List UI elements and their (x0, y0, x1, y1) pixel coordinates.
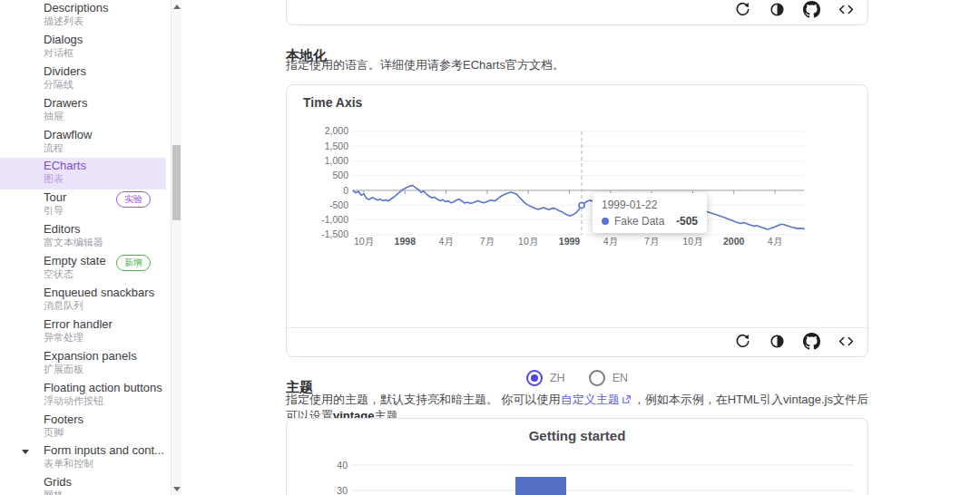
status-badge: 实验 (116, 191, 151, 208)
sidebar-item-title: Enqueued snackbars (44, 285, 171, 300)
caret-down-icon[interactable] (22, 450, 29, 454)
sidebar-item-subtitle: 网格 (44, 490, 171, 495)
example-toolbar (287, 325, 867, 356)
localization-description: 指定使用的语言。详细使用请参考ECharts官方文档。 (286, 57, 564, 73)
sidebar-item-subtitle: 描述列表 (44, 15, 171, 27)
sidebar-item-subtitle: 页脚 (44, 427, 171, 439)
sidebar-item-title: Form inputs and cont... (44, 442, 171, 458)
sidebar-item-title: ECharts (44, 158, 166, 173)
time-axis-example-card: Time Axis 2,0001,5001,0005000-500-1,000-… (286, 84, 868, 357)
tooltip-value: -505 (676, 215, 698, 228)
y-axis-label: 1,000 (325, 155, 348, 166)
y-axis-label: 500 (332, 170, 348, 180)
sidebar-item-title: Editors (44, 221, 171, 237)
sidebar-item-subtitle: 表单和控制 (44, 458, 171, 470)
x-axis-label: 7月 (480, 236, 495, 247)
refresh-icon (734, 333, 751, 350)
x-axis-label: 1999 (559, 236, 581, 247)
sidebar-item-drawflow[interactable]: Drawflow流程 (0, 127, 171, 159)
sidebar-item-enqueued-snackbars[interactable]: Enqueued snackbars消息队列 (0, 285, 171, 316)
github-button[interactable] (803, 1, 820, 18)
sidebar-item-expansion-panels[interactable]: Expansion panels扩展面板 (0, 348, 171, 380)
tooltip-date: 1999-01-22 (602, 199, 698, 212)
time-axis-line-chart[interactable]: 2,0001,5001,0005000-500-1,000-1,50010月19… (287, 85, 867, 296)
scrollbar-thumb[interactable] (172, 145, 181, 220)
code-button[interactable] (838, 1, 855, 18)
sidebar-item-descriptions[interactable]: Descriptions描述列表 (0, 0, 171, 32)
getting-started-example-card: Getting started 4030 (286, 418, 868, 495)
refresh-icon (734, 1, 751, 18)
sidebar-item-title: Footers (44, 412, 171, 427)
sidebar-item-title: Floating action buttons (44, 380, 171, 395)
contrast-button[interactable] (769, 1, 786, 18)
status-badge: 新增 (116, 255, 151, 271)
sidebar-item-editors[interactable]: Editors富文本编辑器 (0, 221, 171, 253)
sidebar-item-title: Expansion panels (44, 348, 171, 364)
y-axis-label: 30 (337, 485, 348, 495)
open-in-new-icon[interactable] (620, 393, 633, 406)
sidebar-item-title: Drawers (44, 95, 171, 111)
y-axis-label: -500 (329, 199, 348, 210)
sidebar-item-subtitle: 异常处理 (44, 332, 171, 344)
sidebar-item-grids[interactable]: Grids网格 (0, 474, 171, 495)
sidebar-item-echarts[interactable]: ECharts图表 (0, 158, 166, 189)
getting-started-bar-chart[interactable]: 4030 (287, 419, 867, 495)
refresh-button[interactable] (734, 1, 751, 18)
scroll-up-arrow-icon[interactable] (173, 5, 181, 9)
code-button[interactable] (838, 333, 855, 350)
x-axis-label: 4月 (768, 236, 782, 247)
sidebar-item-subtitle: 空状态 (44, 268, 171, 280)
radio-label: EN (612, 372, 628, 384)
sidebar-item-floating-action-buttons[interactable]: Floating action buttons浮动动作按钮 (0, 380, 171, 412)
radio-zh[interactable]: ZH (526, 370, 565, 386)
radio-circle-icon (526, 370, 543, 386)
code-icon (838, 333, 855, 350)
sidebar-item-dialogs[interactable]: Dialogs对话框 (0, 32, 171, 63)
sidebar-item-title: Drawflow (44, 127, 171, 142)
sidebar-item-subtitle: 图表 (44, 173, 166, 185)
radio-en[interactable]: EN (589, 370, 628, 386)
sidebar-item-title: Error handler (44, 316, 171, 332)
contrast-button[interactable] (769, 333, 786, 350)
radio-label: ZH (550, 372, 565, 384)
sidebar-item-subtitle: 对话框 (44, 47, 171, 59)
sidebar-item-subtitle: 消息队列 (44, 300, 171, 312)
sidebar-item-dividers[interactable]: Dividers分隔线 (0, 63, 171, 95)
bar-segment (515, 477, 566, 495)
sidebar-nav: Descriptions描述列表Dialogs对话框Dividers分隔线Dra… (0, 0, 171, 495)
x-axis-label: 1998 (395, 236, 416, 247)
sidebar-item-subtitle: 抽屉 (44, 111, 171, 122)
y-axis-label: 2,000 (325, 125, 348, 136)
x-axis-label: 4月 (603, 236, 618, 247)
theme-desc-text: 指定使用的主题，默认支持亮和暗主题。 你可以使用 (286, 393, 561, 406)
sidebar-item-subtitle: 扩展面板 (44, 364, 171, 375)
x-axis-label: 7月 (644, 236, 659, 247)
sidebar-item-title: Dividers (44, 63, 171, 79)
refresh-button[interactable] (734, 333, 751, 350)
sidebar-item-title: Grids (44, 474, 171, 490)
sidebar-item-error-handler[interactable]: Error handler异常处理 (0, 316, 171, 348)
github-button[interactable] (803, 333, 820, 350)
x-axis-label: 10月 (354, 236, 374, 247)
sidebar-item-empty-state[interactable]: Empty state空状态新增 (0, 253, 171, 285)
x-axis-label: 4月 (438, 236, 453, 247)
y-axis-label: -1,000 (321, 214, 348, 225)
github-icon (803, 333, 820, 350)
y-axis-label: 1,500 (325, 141, 348, 151)
sidebar-item-form-inputs-and-cont[interactable]: Form inputs and cont...表单和控制 (0, 442, 171, 474)
sidebar-scrollbar[interactable] (171, 0, 181, 495)
x-axis-label: 10月 (518, 236, 538, 247)
sidebar-item-drawers[interactable]: Drawers抽屉 (0, 95, 171, 127)
sidebar-item-footers[interactable]: Footers页脚 (0, 412, 171, 443)
sidebar-item-subtitle: 富文本编辑器 (44, 237, 171, 248)
radio-circle-icon (589, 370, 605, 386)
y-axis-label: 0 (343, 185, 348, 196)
language-radio-group: ZH EN (287, 370, 867, 386)
sidebar-item-title: Descriptions (44, 0, 171, 15)
scroll-down-arrow-icon[interactable] (173, 487, 181, 491)
custom-theme-link[interactable]: 自定义主题 (561, 393, 620, 406)
x-axis-label: 2000 (723, 236, 745, 247)
sidebar-item-tour[interactable]: Tour引导实验 (0, 189, 171, 221)
sidebar-item-title: Tour (44, 189, 171, 205)
series-color-dot (602, 218, 609, 225)
